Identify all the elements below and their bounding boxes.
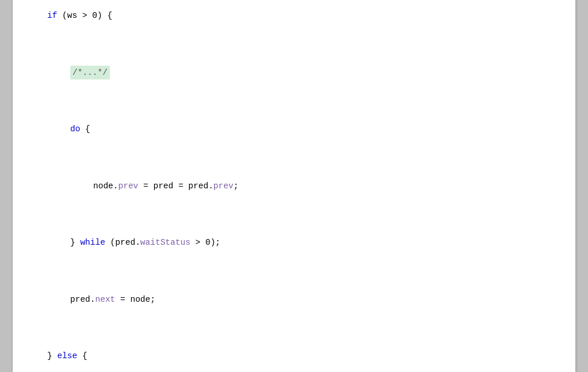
line-7: /*...*/ — [24, 66, 564, 80]
kw-else: else — [57, 351, 77, 360]
field-waitstatus-2: waitStatus — [140, 238, 190, 247]
line-9: node.prev = pred = pred.prev; — [24, 179, 564, 193]
field-prev-1: prev — [119, 181, 139, 191]
line-10: } while (pred.waitStatus > 0); — [24, 236, 564, 250]
comment-2: /*...*/ — [70, 66, 110, 80]
kw-if-2: if — [47, 11, 57, 20]
line-12: } else { — [24, 349, 564, 363]
code-window: private static boolean shouldParkAfterFa… — [12, 0, 576, 372]
field-prev-2: prev — [213, 181, 234, 191]
line-6: if (ws > 0) { — [24, 9, 564, 23]
code-block: private static boolean shouldParkAfterFa… — [24, 0, 564, 372]
kw-do: do — [70, 124, 80, 134]
line-8: do { — [24, 122, 564, 136]
line-11: pred.next = node; — [24, 293, 564, 307]
field-next: next — [96, 295, 116, 304]
kw-while: while — [80, 238, 105, 247]
